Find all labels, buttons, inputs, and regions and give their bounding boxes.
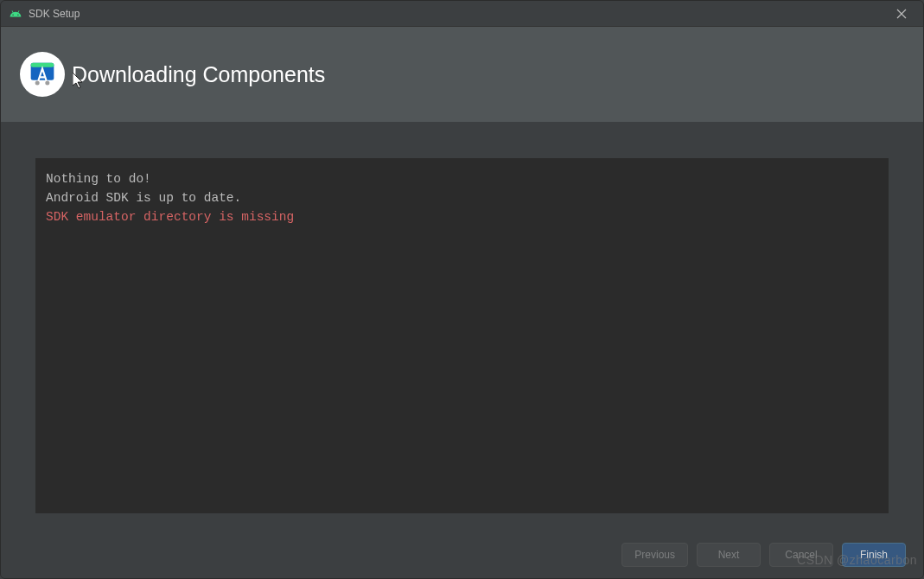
sdk-setup-window: SDK Setup Downloading Components Nothing… (0, 0, 924, 579)
finish-button[interactable]: Finish (842, 543, 906, 567)
header-banner: Downloading Components (1, 27, 923, 122)
titlebar: SDK Setup (1, 1, 923, 27)
svg-point-2 (35, 81, 40, 86)
android-studio-logo (20, 52, 65, 97)
console-line: Nothing to do! (46, 170, 878, 189)
previous-button: Previous (621, 543, 688, 567)
close-button[interactable] (889, 1, 914, 27)
console-output: Nothing to do!Android SDK is up to date.… (35, 158, 889, 513)
console-line: Android SDK is up to date. (46, 189, 878, 208)
console-line: SDK emulator directory is missing (46, 208, 878, 227)
cancel-button: Cancel (769, 543, 833, 567)
page-title: Downloading Components (72, 62, 325, 87)
window-title: SDK Setup (29, 8, 889, 20)
android-icon (10, 8, 22, 20)
wizard-buttons: Previous Next Cancel Finish (1, 531, 923, 578)
content-area: Nothing to do!Android SDK is up to date.… (1, 122, 923, 531)
next-button: Next (697, 543, 761, 567)
svg-point-3 (45, 81, 49, 86)
